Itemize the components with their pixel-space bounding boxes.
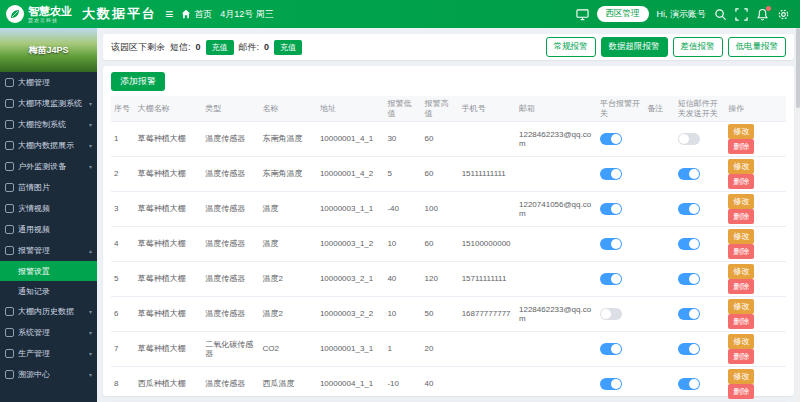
mail-count: 0 — [264, 42, 269, 52]
edit-button[interactable]: 修改 — [728, 194, 754, 209]
edit-button[interactable]: 修改 — [728, 124, 754, 139]
chevron-down-icon: ▾ — [89, 142, 92, 149]
seedling-photo-icon — [5, 183, 14, 192]
sms-mail-toggle[interactable] — [678, 273, 700, 285]
sms-mail-toggle[interactable] — [678, 203, 700, 215]
sidebar-item-0[interactable]: 大棚管理 — [0, 72, 97, 93]
platform-alarm-toggle[interactable] — [600, 133, 622, 145]
sidebar-item-label: 大棚管理 — [18, 77, 50, 88]
sidebar-item-label: 系统管理 — [18, 327, 50, 338]
edit-button[interactable]: 修改 — [728, 369, 754, 384]
cell: 6 — [111, 297, 135, 332]
edit-button[interactable]: 修改 — [728, 229, 754, 244]
platform-alarm-toggle[interactable] — [600, 238, 622, 250]
edit-button[interactable]: 修改 — [728, 159, 754, 174]
cell — [675, 227, 726, 262]
sidebar-item-3[interactable]: 大棚内数据展示▾ — [0, 135, 97, 156]
cell: 二氧化碳传感器 — [202, 332, 259, 367]
sidebar-item-9[interactable]: 大棚内历史数据▾ — [0, 301, 97, 322]
search-icon[interactable] — [714, 8, 727, 21]
cell: 温度传感器 — [202, 157, 259, 192]
cell: 16877777777 — [459, 297, 516, 332]
platform-alarm-toggle[interactable] — [600, 343, 622, 355]
column-header-7: 手机号 — [459, 96, 516, 122]
cell: 2 — [111, 157, 135, 192]
cell: 120 — [422, 262, 459, 297]
mail-recharge-button[interactable]: 充值 — [274, 40, 302, 55]
monitor-icon[interactable] — [576, 8, 589, 21]
delete-button[interactable]: 删除 — [728, 314, 754, 329]
env-monitor-icon — [5, 99, 14, 108]
sidebar-item-2[interactable]: 大棚控制系统▾ — [0, 114, 97, 135]
base-photo[interactable]: 梅苗J4PS — [0, 28, 97, 72]
cell-actions: 修改删除 — [725, 332, 786, 367]
cell — [675, 122, 726, 157]
home-label: 首页 — [194, 8, 212, 21]
sidebar-item-5[interactable]: 苗情图片 — [0, 177, 97, 198]
alarm-tab-1[interactable]: 数据超限报警 — [601, 37, 668, 57]
alarm-tab-2[interactable]: 差值报警 — [673, 37, 723, 57]
sidebar-item-1[interactable]: 大棚环境监测系统▾ — [0, 93, 97, 114]
sidebar-item-4[interactable]: 户外监测设备▾ — [0, 156, 97, 177]
scrollbar-thumb[interactable] — [796, 28, 800, 108]
cell: 20 — [422, 332, 459, 367]
sidebar-subitem-8-0[interactable]: 报警设置 — [0, 261, 97, 281]
chevron-down-icon: ▾ — [89, 329, 92, 336]
cell: 5 — [384, 157, 421, 192]
sidebar-item-10[interactable]: 系统管理▾ — [0, 322, 97, 343]
sidebar-subitem-8-1[interactable]: 通知记录 — [0, 281, 97, 301]
sidebar-item-12[interactable]: 溯源中心▾ — [0, 364, 97, 385]
edit-button[interactable]: 修改 — [728, 334, 754, 349]
cell: 温度 — [260, 227, 317, 262]
delete-button[interactable]: 删除 — [728, 139, 754, 154]
delete-button[interactable]: 删除 — [728, 174, 754, 189]
edit-button[interactable]: 修改 — [728, 264, 754, 279]
cell: 草莓种植大棚 — [135, 332, 203, 367]
sms-mail-toggle[interactable] — [678, 343, 700, 355]
sidebar-menu: 大棚管理大棚环境监测系统▾大棚控制系统▾大棚内数据展示▾户外监测设备▾苗情图片灾… — [0, 72, 97, 402]
platform-alarm-toggle[interactable] — [600, 168, 622, 180]
sms-recharge-button[interactable]: 充值 — [206, 40, 234, 55]
delete-button[interactable]: 删除 — [728, 384, 754, 399]
column-header-10: 备注 — [644, 96, 674, 122]
fullscreen-icon[interactable] — [735, 8, 748, 21]
mail-label: 邮件: — [239, 41, 260, 54]
cell: 温度2 — [260, 297, 317, 332]
cell: 东南角温度 — [260, 122, 317, 157]
alarm-tab-0[interactable]: 常规报警 — [546, 37, 596, 57]
platform-alarm-toggle[interactable] — [600, 273, 622, 285]
cell: 草莓种植大棚 — [135, 192, 203, 227]
column-header-5: 报警低值 — [384, 96, 421, 122]
breadcrumb-home[interactable]: 首页 — [181, 8, 212, 21]
sidebar-item-8[interactable]: 报警管理▴ — [0, 240, 97, 261]
delete-button[interactable]: 删除 — [728, 279, 754, 294]
bell-icon[interactable] — [756, 8, 769, 21]
quota-bar: 该园区下剩余 短信: 0 充值 邮件: 0 充值 常规报警数据超限报警差值报警低… — [103, 34, 794, 60]
logo-subtitle: 慧农云科技 — [28, 18, 72, 23]
sms-mail-toggle[interactable] — [678, 378, 700, 390]
park-manage-button[interactable]: 西区管理 — [597, 6, 649, 22]
sms-mail-toggle[interactable] — [678, 133, 700, 145]
gear-icon[interactable] — [777, 8, 790, 21]
sidebar-item-7[interactable]: 通用视频 — [0, 219, 97, 240]
platform-alarm-toggle[interactable] — [600, 378, 622, 390]
sms-mail-toggle[interactable] — [678, 238, 700, 250]
top-header: 智慧农业 慧农云科技 大数据平台 ≡ 首页 4月12号 周三 西区管理 Hi, … — [0, 0, 800, 28]
platform-alarm-toggle[interactable] — [600, 203, 622, 215]
alarm-tab-3[interactable]: 低电量报警 — [728, 37, 787, 57]
platform-alarm-toggle[interactable] — [600, 308, 622, 320]
base-name: 梅苗J4PS — [28, 44, 68, 57]
sms-mail-toggle[interactable] — [678, 168, 700, 180]
delete-button[interactable]: 删除 — [728, 244, 754, 259]
delete-button[interactable]: 删除 — [728, 349, 754, 364]
menu-toggle-icon[interactable]: ≡ — [165, 7, 173, 21]
add-alarm-button[interactable]: 添加报警 — [111, 72, 165, 91]
sidebar-item-6[interactable]: 灾情视频 — [0, 198, 97, 219]
date-text: 4月12号 周三 — [220, 8, 274, 21]
delete-button[interactable]: 删除 — [728, 209, 754, 224]
page-scrollbar[interactable] — [796, 28, 800, 402]
cell — [597, 227, 644, 262]
edit-button[interactable]: 修改 — [728, 299, 754, 314]
sms-mail-toggle[interactable] — [678, 308, 700, 320]
sidebar-item-11[interactable]: 生产管理▾ — [0, 343, 97, 364]
